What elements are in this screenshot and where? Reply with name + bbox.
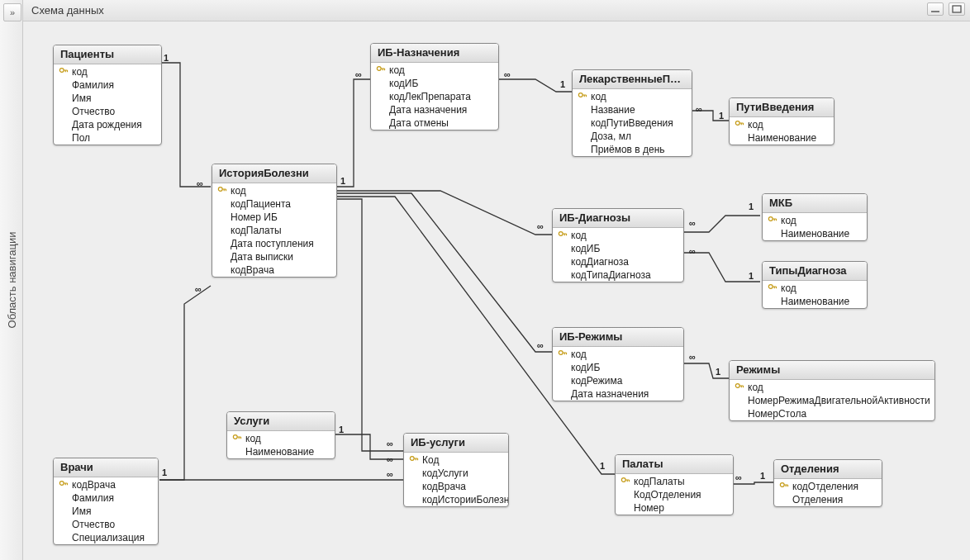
field-row[interactable]: Фамилия — [54, 491, 158, 505]
table-doctors[interactable]: Врачи кодВрачаФамилияИмяОтчествоСпециали… — [53, 458, 159, 545]
field-row[interactable]: код — [371, 63, 498, 77]
field-row[interactable]: Имя — [54, 505, 158, 518]
table-ib-modes[interactable]: ИБ-Режимы кодкодИБкодРежимаДата назначен… — [552, 327, 684, 401]
table-title: Режимы — [730, 361, 934, 380]
field-row[interactable]: код — [553, 228, 683, 242]
field-name: код — [748, 119, 763, 131]
field-row[interactable]: Приёмов в день — [573, 143, 692, 156]
nav-expand-button[interactable]: » — [3, 3, 21, 21]
table-drugs[interactable]: ЛекарственныеПр... кодНазваниекодПутиВве… — [572, 69, 692, 157]
field-name: Имя — [72, 505, 91, 517]
table-fields: кодНаименование — [730, 117, 834, 145]
table-ib-prescriptions[interactable]: ИБ-Назначения кодкодИБкодЛекПрепаратаДат… — [370, 43, 499, 131]
field-row[interactable]: код — [730, 117, 834, 131]
table-departments[interactable]: Отделения кодОтделенияОтделения — [773, 459, 882, 507]
field-row[interactable]: кодТипаДиагноза — [553, 268, 683, 282]
field-row[interactable]: кодИБ — [371, 77, 498, 90]
table-services[interactable]: Услуги кодНаименование — [226, 411, 335, 459]
field-row[interactable]: кодПутиВведения — [573, 116, 692, 130]
field-row[interactable]: Дата рождения — [54, 118, 161, 131]
primary-key-icon — [621, 475, 634, 487]
field-row[interactable]: Номер ИБ — [212, 211, 336, 224]
field-row[interactable]: Код — [404, 453, 508, 467]
field-row[interactable]: кодДиагноза — [553, 255, 683, 268]
field-row[interactable]: кодВрача — [404, 480, 508, 493]
primary-key-icon — [409, 453, 422, 466]
nav-panel-label: Область навигации — [5, 232, 17, 329]
rel-one: 1 — [340, 176, 345, 186]
field-name: кодТипаДиагноза — [571, 269, 651, 281]
field-row[interactable]: Отделения — [774, 493, 882, 506]
field-row[interactable]: код — [730, 380, 934, 394]
field-row[interactable]: Дата поступления — [212, 237, 336, 250]
field-name: Наименование — [748, 132, 816, 144]
field-row[interactable]: кодРежима — [553, 374, 683, 387]
field-row[interactable]: Название — [573, 103, 692, 116]
rel-many: ∞ — [735, 472, 742, 482]
field-row[interactable]: кодПациента — [212, 197, 336, 211]
rel-many: ∞ — [696, 104, 702, 114]
field-row[interactable]: код — [763, 213, 867, 227]
field-row[interactable]: Отчество — [54, 518, 158, 531]
field-row[interactable]: Номер — [616, 501, 733, 515]
field-row[interactable]: кодУслуги — [404, 467, 508, 480]
field-row[interactable]: кодВрача — [212, 263, 336, 277]
field-row[interactable]: кодОтделения — [774, 479, 882, 493]
table-modes[interactable]: Режимы кодНомерРежимаДвигательнойАктивно… — [729, 360, 935, 421]
field-row[interactable]: Дата назначения — [371, 103, 498, 116]
field-row[interactable]: код — [763, 281, 867, 295]
svg-point-30 — [735, 121, 739, 126]
relationships-canvas[interactable]: 1 ∞ 1 ∞ ∞ 1 ∞ 1 ∞ ∞ 1 ∞ 1 ∞ ∞ 1 1 ∞ 1 1 … — [23, 21, 970, 560]
field-row[interactable]: кодВрача — [54, 477, 158, 491]
table-patients[interactable]: Пациенты кодФамилияИмяОтчествоДата рожде… — [53, 45, 162, 145]
field-row[interactable]: Дата отмены — [371, 116, 498, 130]
field-row[interactable]: Наименование — [227, 445, 335, 458]
table-mkb[interactable]: МКБ кодНаименование — [762, 193, 868, 241]
field-row[interactable]: Наименование — [763, 295, 867, 308]
table-routes[interactable]: ПутиВведения кодНаименование — [729, 97, 834, 145]
field-name: код — [571, 230, 587, 241]
rel-many: ∞ — [689, 246, 696, 256]
field-row[interactable]: Дата выписки — [212, 250, 336, 263]
table-ib-services[interactable]: ИБ-услуги КодкодУслугикодВрачакодИстории… — [403, 433, 509, 507]
rel-one: 1 — [719, 111, 724, 121]
table-diagnosis-types[interactable]: ТипыДиагноза кодНаименование — [762, 261, 868, 309]
field-row[interactable]: Специализация — [54, 531, 158, 544]
field-row[interactable]: кодПалаты — [616, 474, 733, 488]
table-fields: кодкодИБкодДиагнозакодТипаДиагноза — [553, 228, 683, 282]
field-row[interactable]: кодЛекПрепарата — [371, 90, 498, 103]
field-row[interactable]: кодИБ — [553, 242, 683, 255]
primary-key-icon — [558, 348, 571, 360]
field-row[interactable]: НомерСтола — [730, 407, 934, 420]
field-row[interactable]: код — [553, 347, 683, 361]
restore-button[interactable] — [949, 2, 965, 16]
field-row[interactable]: КодОтделения — [616, 488, 733, 501]
field-row[interactable]: кодПалаты — [212, 224, 336, 237]
field-row[interactable]: код — [573, 89, 692, 103]
field-row[interactable]: кодИБ — [553, 361, 683, 374]
table-title: Пациенты — [54, 45, 161, 64]
field-row[interactable]: Фамилия — [54, 78, 161, 92]
field-name: Имя — [72, 93, 91, 104]
field-name: Номер — [634, 502, 664, 514]
field-row[interactable]: НомерРежимаДвигательнойАктивности — [730, 394, 934, 407]
table-ib-diagnoses[interactable]: ИБ-Диагнозы кодкодИБкодДиагнозакодТипаДи… — [552, 208, 684, 282]
field-row[interactable]: Дата назначения — [553, 387, 683, 401]
field-row[interactable]: кодИсторииБолезни — [404, 493, 508, 506]
table-wards[interactable]: Палаты кодПалатыКодОтделенияНомер — [615, 454, 734, 515]
field-row[interactable]: код — [212, 183, 336, 197]
minimize-button[interactable] — [927, 2, 944, 16]
field-row[interactable]: Доза, мл — [573, 130, 692, 143]
field-row[interactable]: Имя — [54, 92, 161, 105]
svg-point-54 — [621, 478, 625, 482]
field-row[interactable]: Наименование — [730, 131, 834, 145]
field-row[interactable]: код — [227, 431, 335, 445]
table-fields: кодкодИБкодЛекПрепаратаДата назначенияДа… — [371, 63, 498, 130]
field-row[interactable]: Пол — [54, 131, 161, 145]
svg-point-10 — [59, 482, 64, 486]
field-row[interactable]: код — [54, 64, 161, 78]
field-row[interactable]: Отчество — [54, 105, 161, 118]
field-row[interactable]: Наименование — [763, 227, 867, 240]
table-fields: кодВрачаФамилияИмяОтчествоСпециализация — [54, 477, 158, 544]
table-history[interactable]: ИсторияБолезни кодкодПациентаНомер ИБкод… — [212, 164, 337, 278]
